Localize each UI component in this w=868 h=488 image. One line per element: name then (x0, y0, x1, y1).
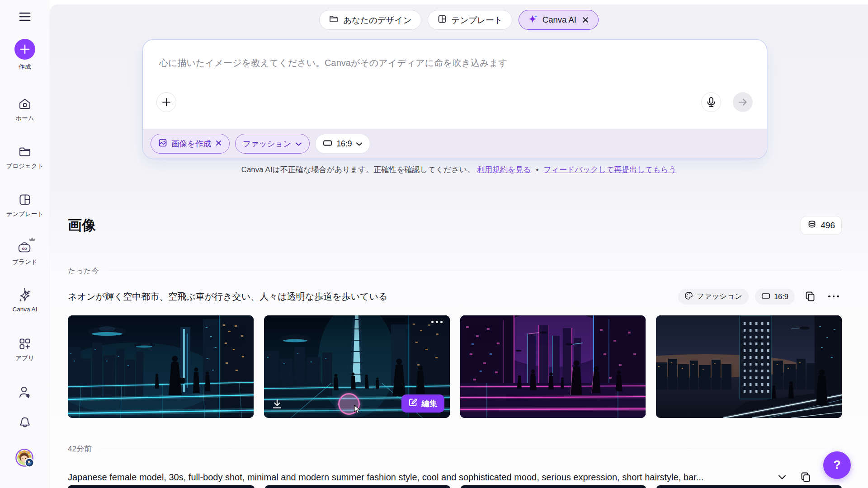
main-area: あなたのデザイン テンプレート Canva AI 心に描いたイメージを教えてくだ (50, 5, 868, 488)
sidebar-item-apps[interactable]: アプリ (0, 337, 50, 362)
tab-label: テンプレート (452, 14, 503, 26)
chip-label: 画像を作成 (171, 138, 211, 149)
help-label: ? (833, 458, 841, 472)
generation-prompt: ネオンが輝く空中都市、空飛ぶ車が行き交い、人々は透明な歩道を歩いている (68, 291, 672, 303)
add-attachment-button[interactable] (156, 92, 176, 112)
generated-image-1[interactable] (68, 315, 254, 418)
menu-button[interactable] (0, 11, 50, 24)
sidebar-item-brand[interactable]: co ブランド (0, 240, 50, 266)
chevron-down-icon (295, 139, 302, 149)
purple-city-image (460, 315, 646, 418)
plus-icon (14, 39, 35, 60)
group-time: 42分前 (68, 444, 92, 454)
prompt-input-box[interactable]: 心に描いたイメージを教えてください。Canvaがそのアイディアに命を吹き込みます… (143, 40, 767, 159)
coins-icon (807, 220, 816, 231)
help-button[interactable]: ? (823, 451, 851, 479)
brand-icon-letters: co (22, 246, 27, 251)
brand-kit-icon: co (18, 240, 32, 255)
group-time: たった今 (68, 266, 99, 276)
generated-image-3[interactable] (460, 315, 646, 418)
credits-count: 496 (821, 221, 835, 230)
download-button[interactable] (271, 398, 283, 412)
create-image-chip[interactable]: 画像を作成 (151, 134, 230, 154)
arrow-right-icon (737, 97, 748, 108)
prompt-chips: 画像を作成 ファッション 16:9 (143, 129, 767, 159)
expand-prompt-button[interactable] (774, 469, 790, 485)
more-options-button[interactable] (826, 288, 842, 305)
image-icon (158, 138, 167, 150)
download-icon (271, 398, 283, 410)
generation-prompt: Japanese female model, 30s, full-body sh… (68, 472, 767, 483)
chip-label: ファッション (243, 138, 291, 149)
home-icon (18, 97, 32, 111)
generated-images-row: 編集 (68, 315, 842, 418)
copy-prompt-button[interactable] (797, 469, 814, 485)
generated-image-2[interactable]: 編集 (264, 315, 450, 418)
sparkle-icon (528, 14, 538, 26)
tab-label: Canva AI (542, 15, 576, 25)
ai-disclaimer: Canva AIは不正確な場合があります。正確性を確認してください。 利用規約を… (50, 164, 868, 175)
sidebar-item-create[interactable]: 作成 (0, 39, 50, 71)
generated-image-4[interactable] (656, 315, 842, 418)
apps-icon (18, 337, 32, 351)
prompt-row: ネオンが輝く空中都市、空飛ぶ車が行き交い、人々は透明な歩道を歩いている ファッシ… (68, 288, 842, 305)
next-image-peek (461, 485, 646, 488)
hamburger-icon (18, 11, 32, 24)
group-header: たった今 (68, 266, 842, 276)
separator: • (536, 165, 538, 174)
sidebar-item-home[interactable]: ホーム (0, 97, 50, 122)
neon-city-image (68, 315, 254, 418)
terms-link[interactable]: 利用規約を見る (477, 165, 531, 174)
style-chip[interactable]: ファッション (235, 134, 310, 154)
sidebar-item-templates[interactable]: テンプレート (0, 192, 50, 218)
crown-icon (28, 236, 36, 244)
ratio-badge[interactable]: 16:9 (755, 289, 795, 305)
sidebar-item-label: ブランド (12, 258, 37, 266)
aspect-ratio-icon (323, 139, 332, 149)
sidebar-item-label: プロジェクト (6, 162, 44, 170)
tab-your-designs[interactable]: あなたのデザイン (319, 10, 421, 30)
edit-pencil-icon (408, 398, 418, 409)
divider (108, 271, 842, 271)
plus-icon (161, 97, 172, 108)
send-button[interactable] (733, 92, 753, 112)
sidebar-item-label: アプリ (15, 354, 34, 362)
close-icon[interactable] (215, 139, 222, 149)
style-badge[interactable]: ファッション (678, 289, 749, 305)
feedback-link[interactable]: フィードバックして再提出してもらう (543, 165, 676, 174)
next-image-peek (656, 485, 842, 488)
sidebar-item-label: Canva AI (13, 306, 38, 313)
next-image-peek (68, 485, 255, 488)
tab-templates[interactable]: テンプレート (428, 10, 512, 30)
sparkle-icon (18, 288, 32, 303)
voice-input-button[interactable] (701, 92, 721, 112)
prompt-placeholder: 心に描いたイメージを教えてください。Canvaがそのアイディアに命を吹き込みます (159, 57, 507, 69)
aspect-ratio-icon (761, 292, 770, 301)
top-tabs: あなたのデザイン テンプレート Canva AI (50, 10, 868, 30)
sidebar-item-label: ホーム (15, 114, 34, 122)
edit-label: 編集 (422, 398, 438, 409)
canva-app: 作成 ホーム プロジェクト テンプレート co (0, 0, 868, 488)
copy-prompt-button[interactable] (802, 288, 818, 305)
image-more-options-button[interactable] (431, 321, 443, 323)
chip-label: 16:9 (336, 139, 352, 149)
microphone-icon (706, 97, 716, 108)
edit-button[interactable]: 編集 (401, 394, 444, 413)
tab-canva-ai[interactable]: Canva AI (519, 10, 599, 30)
ratio-chip[interactable]: 16:9 (315, 134, 370, 154)
sidebar-item-label: 作成 (19, 63, 31, 71)
copy-icon (805, 291, 815, 302)
close-icon[interactable] (582, 16, 589, 23)
next-image-peek (265, 485, 450, 488)
tab-label: あなたのデザイン (343, 14, 411, 26)
templates-grid-icon (437, 14, 447, 26)
sidebar-item-label: テンプレート (6, 210, 44, 218)
sidebar-item-account[interactable] (0, 385, 50, 399)
template-icon (18, 192, 32, 207)
sidebar-item-projects[interactable]: プロジェクト (0, 145, 50, 170)
notifications-button[interactable] (0, 416, 50, 430)
credits-badge[interactable]: 496 (801, 216, 842, 235)
sidebar-item-canva-ai[interactable]: Canva AI (0, 288, 50, 313)
disclaimer-text: Canva AIは不正確な場合があります。正確性を確認してください。 (241, 165, 475, 174)
user-avatar[interactable] (0, 448, 50, 468)
